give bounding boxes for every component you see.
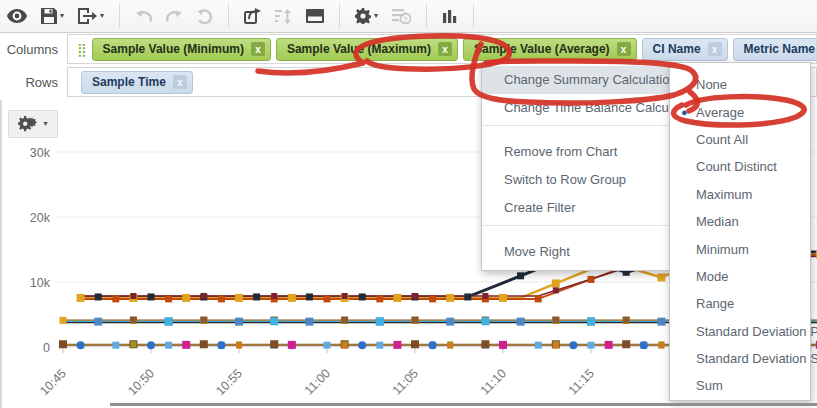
y-axis-label: 0 <box>43 341 50 355</box>
submenu-item-label: Range <box>696 296 734 311</box>
menu-item-switch-to-row-group[interactable]: Switch to Row Group <box>482 166 670 194</box>
y-axis-label: 20k <box>30 211 51 225</box>
menu-item-label: Create Filter <box>504 194 576 222</box>
menu-item-label: Switch to Row Group <box>504 166 626 194</box>
menu-item-change-time-balance-calculation[interactable]: Change Time Balance Calculation> <box>482 94 670 122</box>
menu-item-label: Remove from Chart <box>504 138 617 166</box>
x-axis-label: 10:55 <box>213 366 245 398</box>
window-edge <box>0 100 2 408</box>
submenu-item-maximum[interactable]: Maximum <box>670 181 810 208</box>
chevron-down-icon: ▾ <box>43 120 47 128</box>
menu-item-move-right[interactable]: Move Right <box>482 238 670 266</box>
submenu-item-label: Standard Deviation P <box>696 324 817 339</box>
submenu-item-label: None <box>696 77 727 92</box>
submenu-item-label: Standard Deviation S <box>696 351 817 366</box>
submenu-item-median[interactable]: Median <box>670 208 810 235</box>
menu-separator <box>482 125 670 126</box>
selected-bullet-icon: ● <box>681 106 688 118</box>
submenu-item-minimum[interactable]: Minimum <box>670 235 810 262</box>
submenu-item-mode[interactable]: Mode <box>670 263 810 290</box>
x-axis-label: 11:05 <box>390 366 421 397</box>
y-axis-label: 10k <box>30 276 51 290</box>
submenu-item-label: Minimum <box>696 242 749 257</box>
submenu-item-label: Average <box>696 105 744 120</box>
menu-item-change-summary-calculation[interactable]: Change Summary Calculation> <box>482 66 670 94</box>
submenu-item-label: Count Distinct <box>696 159 777 174</box>
menu-item-create-filter[interactable]: Create Filter <box>482 194 670 222</box>
horizontal-scrollbar[interactable] <box>110 403 817 406</box>
summary-calculation-submenu: None●AverageCount AllCount DistinctMaxim… <box>669 62 811 401</box>
submenu-item-label: Median <box>696 214 739 229</box>
submenu-item-range[interactable]: Range <box>670 290 810 317</box>
submenu-item-standard-deviation-s[interactable]: Standard Deviation S <box>670 345 810 372</box>
x-axis-label: 11:00 <box>302 366 333 397</box>
submenu-item-sum[interactable]: Sum <box>670 372 810 399</box>
submenu-item-count-distinct[interactable]: Count Distinct <box>670 153 810 180</box>
y-axis-label: 30k <box>30 146 51 160</box>
x-axis-label: 11:10 <box>478 366 509 397</box>
x-axis-label: 10:45 <box>37 366 69 398</box>
menu-separator <box>482 225 670 226</box>
chart-settings-button[interactable]: ▾ <box>8 110 58 138</box>
gears-icon <box>18 116 40 132</box>
submenu-item-label: Count All <box>696 132 748 147</box>
submenu-item-average[interactable]: ●Average <box>670 98 810 125</box>
submenu-item-standard-deviation-p[interactable]: Standard Deviation P <box>670 318 810 345</box>
menu-item-label: Move Right <box>504 238 570 266</box>
x-axis-label: 11:15 <box>566 366 597 397</box>
menu-item-label: Change Summary Calculation <box>504 66 677 94</box>
submenu-item-label: Mode <box>696 269 729 284</box>
submenu-item-label: Sum <box>696 378 723 393</box>
submenu-item-count-all[interactable]: Count All <box>670 126 810 153</box>
menu-item-remove-from-chart[interactable]: Remove from Chart <box>482 138 670 166</box>
submenu-item-label: Maximum <box>696 187 752 202</box>
x-axis-label: 10:50 <box>125 366 157 398</box>
app-window: 30k20k10k010:4510:5010:5511:0011:0511:10… <box>0 0 817 408</box>
submenu-item-none[interactable]: None <box>670 71 810 98</box>
field-context-menu: Change Summary Calculation>Change Time B… <box>481 62 671 271</box>
